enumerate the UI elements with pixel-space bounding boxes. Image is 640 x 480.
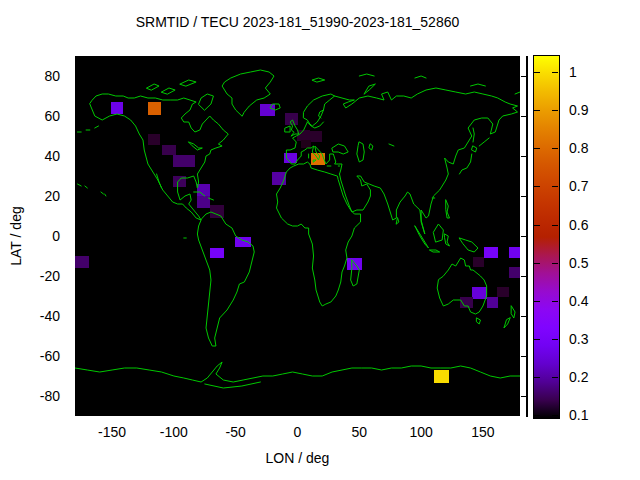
y-tick-label: -20 xyxy=(20,267,60,285)
colorbar-tick xyxy=(552,263,558,264)
x-tick-label: 100 xyxy=(389,423,453,441)
colorbar-tick xyxy=(534,301,540,302)
x-axis-title: LON / deg xyxy=(75,450,520,466)
colorbar-tick-label: 0.7 xyxy=(569,177,613,195)
colorbar-tick-label: 0.4 xyxy=(569,292,613,310)
coastline-europe-africa xyxy=(276,94,393,306)
colorbar-tick-label: 0.6 xyxy=(569,216,613,234)
colorbar-tick-label: 0.5 xyxy=(569,254,613,272)
colorbar-tick xyxy=(552,301,558,302)
right-axis-tick xyxy=(521,156,526,157)
right-axis-tick xyxy=(521,396,526,397)
colorbar-tick xyxy=(534,72,540,73)
colorbar-tick xyxy=(552,110,558,111)
coastline-oceania xyxy=(415,224,515,328)
y-tick-label: 0 xyxy=(20,227,60,245)
right-axis-tick xyxy=(521,276,526,277)
colorbar-tick xyxy=(552,72,558,73)
colorbar-tick-label: 0.3 xyxy=(569,330,613,348)
colorbar-tick-label: 1 xyxy=(569,63,613,81)
x-tick-label: 50 xyxy=(327,423,391,441)
colorbar-tick xyxy=(534,110,540,111)
y-tick-label: 80 xyxy=(20,67,60,85)
colorbar-tick-label: 0.2 xyxy=(569,368,613,386)
right-axis-tick xyxy=(521,316,526,317)
y-tick-label: 40 xyxy=(20,147,60,165)
colorbar-tick-label: 0.9 xyxy=(569,101,613,119)
y-tick-label: 20 xyxy=(20,187,60,205)
y-tick-label: 60 xyxy=(20,107,60,125)
x-tick-label: -150 xyxy=(80,423,144,441)
x-tick-label: 0 xyxy=(266,423,330,441)
x-tick-label: 150 xyxy=(451,423,515,441)
y-tick-label: -60 xyxy=(20,347,60,365)
colorbar-tick xyxy=(534,263,540,264)
colorbar-tick xyxy=(534,148,540,149)
chart-title: SRMTID / TECU 2023-181_51990-2023-181_52… xyxy=(75,14,520,30)
colorbar-tick xyxy=(534,377,540,378)
right-axis-tick xyxy=(521,76,526,77)
colorbar-tick xyxy=(552,415,558,416)
tec-map-figure: SRMTID / TECU 2023-181_51990-2023-181_52… xyxy=(0,0,640,480)
y-tick-label: -40 xyxy=(20,307,60,325)
right-axis-line xyxy=(526,56,528,417)
x-tick-label: -50 xyxy=(204,423,268,441)
colorbar-tick xyxy=(552,377,558,378)
map-plot-area xyxy=(75,56,520,416)
colorbar-tick xyxy=(552,339,558,340)
x-tick-label: -100 xyxy=(142,423,206,441)
colorbar-tick xyxy=(552,148,558,149)
colorbar-tick xyxy=(552,225,558,226)
right-axis-tick xyxy=(521,116,526,117)
colorbar-tick-label: 0.1 xyxy=(569,406,613,424)
coastline-antarctica xyxy=(75,362,520,388)
colorbar-tick xyxy=(534,339,540,340)
right-axis-tick xyxy=(521,196,526,197)
right-axis-tick xyxy=(521,356,526,357)
colorbar-tick xyxy=(552,186,558,187)
y-tick-label: -80 xyxy=(20,387,60,405)
world-coastlines xyxy=(75,56,520,416)
colorbar-tick xyxy=(534,225,540,226)
coastline-americas xyxy=(77,70,280,346)
colorbar-tick xyxy=(534,186,540,187)
colorbar-tick xyxy=(534,415,540,416)
right-axis-tick xyxy=(521,236,526,237)
colorbar-tick-label: 0.8 xyxy=(569,139,613,157)
